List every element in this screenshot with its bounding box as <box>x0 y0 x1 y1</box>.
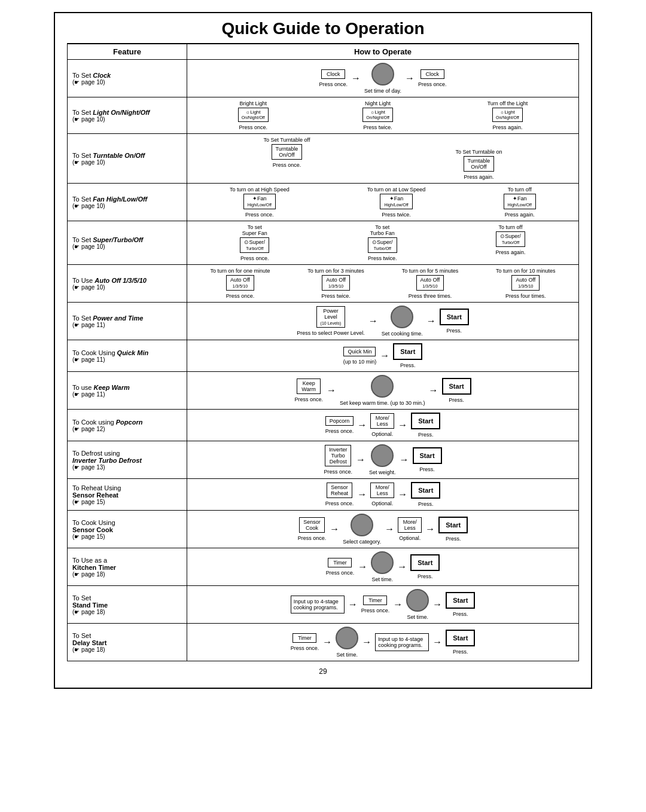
arrow-icon: → <box>426 316 436 326</box>
how-turntable: To Set Turntable off TurntableOn/Off Pre… <box>187 134 579 184</box>
fan-btn-2: ✦FanHigh/Low/Off <box>380 194 412 209</box>
how-autooff: To turn on for one minute Auto Off1/3/5/… <box>187 265 579 303</box>
autooff-btn-3: Auto Off1/3/5/10 <box>416 275 444 291</box>
clock-btn-1: Clock <box>321 69 345 79</box>
arrow-icon: → <box>351 73 361 84</box>
more-less-btn: More/Less <box>398 517 422 533</box>
table-row: To Set Turntable On/Off (☛ page 10) To S… <box>68 134 579 184</box>
arrow-icon: → <box>432 599 442 610</box>
arrow-icon: → <box>432 637 442 648</box>
feature-turntable: To Set Turntable On/Off (☛ page 10) <box>68 134 187 184</box>
how-sensor-cook: SensorCook Press once. → Select category… <box>187 511 579 548</box>
delay-start-input-label: Input up to 4-stagecooking programs. <box>378 636 423 648</box>
feature-stand-time: To SetStand Time (☛ page 18) <box>68 586 187 624</box>
pop-out-dial <box>391 306 413 328</box>
light-btn-2: ☼LightOn/Night/Off <box>362 108 393 122</box>
fan-btn-3: ✦FanHigh/Low/Off <box>504 194 536 209</box>
arrow-icon: → <box>362 637 371 648</box>
table-row: To Defrost usingInverter Turbo Defrost (… <box>68 441 579 479</box>
turbo-set-label: To setTurbo Fan <box>370 224 395 236</box>
night-light-label: Night Light <box>365 100 391 106</box>
quickmin-btn: Quick Min <box>343 347 376 356</box>
pop-out-dial <box>371 375 394 398</box>
header-feature: Feature <box>68 44 187 60</box>
more-less-btn: More/Less <box>370 413 394 429</box>
table-row: To Set Light On/Night/Off (☛ page 10) Br… <box>68 97 579 134</box>
autooff-1min-label: To turn on for one minute <box>210 268 270 274</box>
how-power-time: PowerLevel(10 Levels) Press to select Po… <box>187 303 579 340</box>
feature-clock: To Set Clock (☛ page 10) <box>68 60 187 97</box>
how-popcorn: Popcorn Press once. → More/Less Optional… <box>187 410 579 441</box>
table-row: To Reheat UsingSensor Reheat (☛ page 15)… <box>68 479 579 511</box>
page: Quick Guide to Operation Feature How to … <box>54 12 592 689</box>
table-row: To Set Super/Turbo/Off (☛ page 10) To se… <box>68 221 579 265</box>
table-row: To Use Auto Off 1/3/5/10 (☛ page 10) To … <box>68 265 579 303</box>
page-number: 29 <box>67 667 579 676</box>
super-btn-2: ⊙Super/Turbo/Off <box>368 237 397 253</box>
fan-btn-1: ✦FanHigh/Low/Off <box>243 194 276 209</box>
autooff-btn-1: Auto Off1/3/5/10 <box>226 275 254 291</box>
light-btn-3: ☼LightOn/Night/Off <box>492 108 523 122</box>
table-row: To SetStand Time (☛ page 18) Input up to… <box>68 586 579 624</box>
fan-high-label: To turn on at High Speed <box>230 187 290 193</box>
start-btn: Start <box>411 413 440 429</box>
autooff-btn-2: Auto Off1/3/5/10 <box>322 275 350 291</box>
table-row: To Use as aKitchen Timer (☛ page 18) Tim… <box>68 548 579 586</box>
feature-sensor-cook: To Cook UsingSensor Cook (☛ page 15) <box>68 511 187 548</box>
start-btn: Start <box>410 554 440 571</box>
autooff-btn-4: Auto Off1/3/5/10 <box>511 275 540 291</box>
popcorn-btn: Popcorn <box>325 416 354 426</box>
clock-btn-2: Clock <box>420 69 444 79</box>
arrow-icon: → <box>357 489 367 500</box>
turntable-btn-2: TurntableOn/Off <box>464 156 495 172</box>
how-quickmin: Quick Min (up to 10 min) → Start Press. <box>187 340 579 372</box>
arrow-icon: → <box>368 316 378 326</box>
arrow-icon: → <box>429 385 438 396</box>
arrow-icon: → <box>348 599 358 610</box>
keepwarm-btn: KeepWarm <box>297 378 321 394</box>
arrow-icon: → <box>358 561 367 572</box>
feature-power-time: To Set Power and Time (☛ page 11) <box>68 303 187 340</box>
super-set-label: To setSuper Fan <box>242 224 267 236</box>
arrow-icon: → <box>385 524 394 535</box>
sensor-cook-btn: SensorCook <box>299 517 325 533</box>
page-title: Quick Guide to Operation <box>67 19 579 44</box>
how-keepwarm: KeepWarm Press once. → Set keep warm tim… <box>187 372 579 410</box>
feature-light: To Set Light On/Night/Off (☛ page 10) <box>68 97 187 134</box>
super-btn-3: ⊙Super/Turbo/Off <box>496 231 525 247</box>
super-btn-1: ⊙Super/Turbo/Off <box>240 237 269 253</box>
arrow-icon: → <box>397 561 407 572</box>
arrow-icon: → <box>405 73 415 84</box>
pop-out-dial <box>371 444 394 467</box>
header-how: How to Operate <box>187 44 579 60</box>
feature-delay-start: To SetDelay Start (☛ page 18) <box>68 624 187 661</box>
fan-low-label: To turn on at Low Speed <box>367 187 426 193</box>
fan-off-label: To turn off <box>508 187 532 193</box>
arrow-icon: → <box>356 454 365 465</box>
arrow-icon: → <box>380 350 389 361</box>
timer-btn: Timer <box>292 633 316 643</box>
pop-out-dial <box>371 63 394 86</box>
how-stand-time: Input up to 4-stagecooking programs. → T… <box>187 586 579 624</box>
how-light: Bright Light ☼LightOn/Night/Off Press on… <box>187 97 579 134</box>
start-btn: Start <box>442 378 471 395</box>
arrow-icon: → <box>322 637 332 648</box>
turntable-btn-1: TurntableOn/Off <box>272 144 303 160</box>
arrow-icon: → <box>425 524 435 535</box>
pop-out-dial <box>406 589 429 612</box>
feature-super: To Set Super/Turbo/Off (☛ page 10) <box>68 221 187 265</box>
feature-keepwarm: To use Keep Warm (☛ page 11) <box>68 372 187 410</box>
how-clock: Clock Press once. → Set time of day. → C… <box>187 60 579 97</box>
pop-out-dial <box>336 627 358 649</box>
arrow-icon: → <box>330 524 339 535</box>
feature-autooff: To Use Auto Off 1/3/5/10 (☛ page 10) <box>68 265 187 303</box>
autooff-5min-label: To turn on for 5 minutes <box>402 268 459 274</box>
super-off-label: To turn off <box>499 224 523 230</box>
feature-quickmin: To Cook Using Quick Min (☛ page 11) <box>68 340 187 372</box>
start-btn: Start <box>411 482 440 499</box>
table-row: To Cook Using Quick Min (☛ page 11) Quic… <box>68 340 579 372</box>
start-btn: Start <box>446 630 475 646</box>
turntable-off-label: To Set Turntable off <box>264 137 310 143</box>
start-btn: Start <box>440 309 469 325</box>
feature-kitchen-timer: To Use as aKitchen Timer (☛ page 18) <box>68 548 187 586</box>
